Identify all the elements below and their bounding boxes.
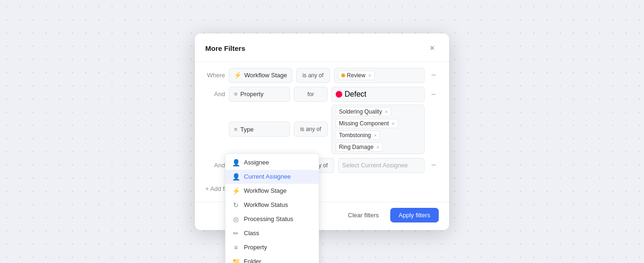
- class-icon: ✏: [232, 230, 240, 237]
- and-label-2: And: [205, 162, 225, 169]
- and-label-1: And: [205, 90, 225, 98]
- field-workflow-stage[interactable]: ⚡ Workflow Stage: [229, 68, 292, 83]
- field-label-type: Type: [241, 126, 254, 133]
- dropdown-item-processing-status[interactable]: ◎ Processing Status: [225, 212, 319, 226]
- remove-row-3[interactable]: −: [428, 160, 439, 170]
- dropdown-label-property: Property: [244, 244, 267, 251]
- dropdown-item-class[interactable]: ✏ Class: [225, 226, 319, 240]
- dropdown-item-workflow-stage[interactable]: ⚡ Workflow Stage: [225, 184, 319, 198]
- filter-sub-row-type: ≡ Type is any of Soldering Quality × Mis…: [229, 105, 425, 154]
- property-value: Defect: [345, 90, 366, 99]
- remove-row-2[interactable]: −: [428, 90, 439, 99]
- filter-values-property: Defect: [331, 87, 425, 102]
- filter-values-type: Soldering Quality × Missing Component × …: [331, 105, 425, 154]
- dropdown-label-current-assignee: Current Assignee: [244, 173, 291, 180]
- tag-tombstoning: Tombstoning ×: [336, 131, 380, 140]
- dropdown-item-assignee[interactable]: 👤 Assignee: [225, 156, 319, 170]
- workflow-icon: ⚡: [234, 72, 242, 79]
- property-icon: ≡: [234, 90, 238, 98]
- op-is-any-of-1[interactable]: is any of: [296, 68, 330, 83]
- apply-filters-button[interactable]: Apply filters: [390, 208, 439, 222]
- modal-header: More Filters ×: [195, 33, 449, 62]
- dropdown-label-workflow-stage: Workflow Stage: [244, 187, 287, 194]
- tag-label-ring-damage: Ring Damage: [339, 144, 373, 150]
- close-button[interactable]: ×: [426, 42, 439, 55]
- field-label-property: Property: [241, 90, 264, 98]
- tag-missing: Missing Component ×: [336, 119, 398, 128]
- workflow-status-icon: ↻: [232, 201, 240, 209]
- op-is-any-of-2[interactable]: is any of: [294, 122, 328, 137]
- assignee-icon: 👤: [232, 159, 240, 166]
- tag-ring-damage: Ring Damage ×: [336, 142, 383, 152]
- modal-title: More Filters: [205, 44, 245, 52]
- tag-close-review[interactable]: ×: [368, 73, 371, 78]
- filter-row-2-group: And ≡ Property for Defect: [205, 87, 439, 154]
- filter-sub-row-property: ≡ Property for Defect: [229, 87, 425, 102]
- dropdown-item-workflow-status[interactable]: ↻ Workflow Status: [225, 198, 319, 212]
- defect-dot: [336, 91, 342, 98]
- dropdown-label-assignee: Assignee: [244, 159, 269, 166]
- tag-label-tombstoning: Tombstoning: [339, 132, 371, 139]
- remove-row-1[interactable]: −: [428, 70, 439, 80]
- dropdown-item-property[interactable]: ≡ Property: [225, 240, 319, 255]
- folder-icon: 📁: [232, 258, 240, 263]
- clear-filters-button[interactable]: Clear filters: [341, 208, 386, 222]
- filter-row-1: Where ⚡ Workflow Stage is any of Review …: [205, 68, 439, 83]
- tag-close-soldering[interactable]: ×: [385, 109, 387, 115]
- filter-values-1: Review ×: [334, 68, 425, 83]
- filter-values-assignee: Select Current Assignee: [338, 158, 425, 173]
- dropdown-item-current-assignee[interactable]: 👤 Current Assignee: [225, 170, 319, 184]
- current-assignee-menu-icon: 👤: [232, 173, 240, 181]
- dropdown-item-folder[interactable]: 📁 Folder: [225, 255, 319, 263]
- dropdown-label-processing-status: Processing Status: [244, 215, 293, 222]
- field-type[interactable]: ≡ Type: [229, 122, 290, 137]
- field-label: Workflow Stage: [244, 72, 287, 79]
- field-dropdown-menu: 👤 Assignee 👤 Current Assignee ⚡ Workflow…: [225, 153, 319, 263]
- dropdown-label-class: Class: [244, 230, 259, 237]
- property-menu-icon: ≡: [232, 244, 240, 251]
- tag-review: Review ×: [338, 71, 375, 80]
- tag-label-review: Review: [347, 72, 365, 79]
- more-filters-modal: More Filters × Where ⚡ Workflow Stage is…: [195, 33, 449, 230]
- modal-backdrop: More Filters × Where ⚡ Workflow Stage is…: [0, 0, 644, 263]
- dropdown-label-workflow-status: Workflow Status: [244, 201, 288, 208]
- tag-label-soldering: Soldering Quality: [339, 108, 382, 115]
- field-property[interactable]: ≡ Property: [229, 87, 290, 102]
- tag-close-ring-damage[interactable]: ×: [376, 144, 379, 150]
- processing-status-icon: ◎: [232, 215, 240, 223]
- assignee-placeholder: Select Current Assignee: [342, 162, 408, 169]
- tag-close-tombstoning[interactable]: ×: [374, 132, 377, 138]
- tag-close-missing[interactable]: ×: [392, 121, 394, 126]
- tag-label-missing: Missing Component: [339, 120, 389, 127]
- workflow-stage-icon: ⚡: [232, 187, 240, 195]
- dropdown-label-folder: Folder: [244, 258, 261, 263]
- tag-soldering: Soldering Quality ×: [336, 107, 391, 116]
- filter-sub-group: ≡ Property for Defect ≡ Type: [229, 87, 425, 154]
- tag-dot-review: [341, 74, 345, 77]
- where-label: Where: [205, 72, 225, 79]
- type-icon: ≡: [234, 126, 238, 133]
- op-for[interactable]: for: [294, 87, 328, 102]
